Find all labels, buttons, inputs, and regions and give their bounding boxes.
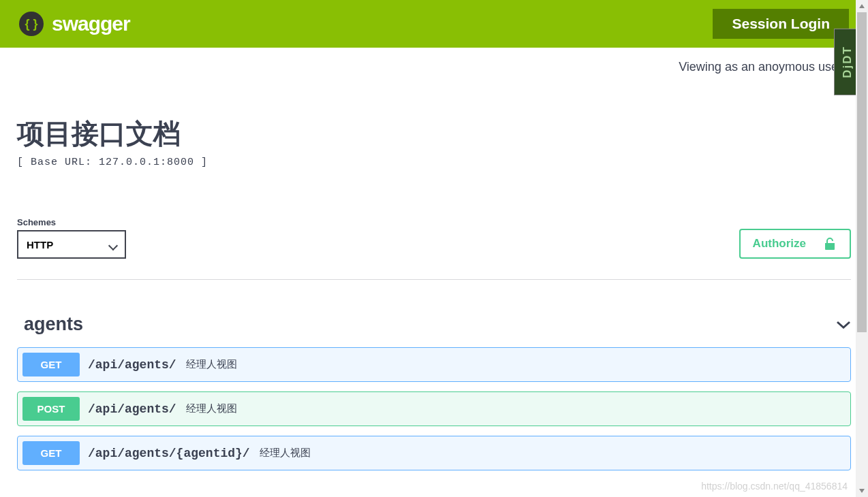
api-title: 项目接口文档: [17, 115, 851, 153]
tag-section-agents: agents GET/api/agents/经理人视图POST/api/agen…: [17, 308, 851, 470]
tag-name: agents: [24, 314, 83, 335]
scrollbar-thumb[interactable]: [857, 12, 867, 332]
logo-area: { } swagger: [19, 12, 130, 36]
base-url: [ Base URL: 127.0.0.1:8000 ]: [17, 157, 851, 168]
operation-path: /api/agents/: [88, 358, 176, 372]
svg-marker-1: [859, 4, 865, 8]
operation-description: 经理人视图: [260, 447, 311, 460]
operation-description: 经理人视图: [186, 402, 237, 415]
operation-post-block[interactable]: POST/api/agents/经理人视图: [17, 391, 851, 426]
svg-marker-2: [859, 489, 865, 493]
operation-path: /api/agents/: [88, 402, 176, 416]
tag-header[interactable]: agents: [17, 308, 851, 347]
scrollbar-track[interactable]: [856, 0, 868, 497]
topbar: { } swagger Session Login: [0, 0, 868, 48]
scheme-container: Schemes HTTP Authorize: [17, 217, 851, 280]
scroll-down-arrow-icon[interactable]: [856, 485, 868, 497]
scroll-up-arrow-icon[interactable]: [856, 0, 868, 12]
djdt-label: DjDT: [841, 46, 854, 78]
operation-path: /api/agents/{agentid}/: [88, 447, 250, 460]
swagger-logo-icon: { }: [19, 12, 44, 36]
schemes-select[interactable]: HTTP: [17, 230, 126, 259]
operation-get-block[interactable]: GET/api/agents/{agentid}/经理人视图: [17, 436, 851, 470]
method-badge: POST: [22, 397, 80, 421]
logo-text: swagger: [52, 12, 130, 35]
method-badge: GET: [22, 441, 80, 465]
main-content: 项目接口文档 [ Base URL: 127.0.0.1:8000 ] Sche…: [0, 74, 868, 470]
operations-list: GET/api/agents/经理人视图POST/api/agents/经理人视…: [17, 347, 851, 470]
svg-rect-0: [825, 243, 835, 250]
chevron-down-icon: [836, 320, 851, 330]
session-login-button[interactable]: Session Login: [713, 9, 849, 39]
authorize-label: Authorize: [753, 237, 806, 251]
operation-description: 经理人视图: [186, 358, 237, 371]
unlock-icon: [824, 237, 837, 251]
method-badge: GET: [22, 353, 80, 376]
watermark-text: https://blog.csdn.net/qq_41856814: [701, 481, 848, 492]
schemes-block: Schemes HTTP: [17, 217, 126, 259]
operation-get-block[interactable]: GET/api/agents/经理人视图: [17, 347, 851, 382]
authorize-button[interactable]: Authorize: [739, 229, 851, 259]
schemes-select-wrap: HTTP: [17, 230, 126, 259]
schemes-label: Schemes: [17, 217, 126, 227]
user-status-banner: Viewing as an anoymous user.: [0, 48, 868, 74]
